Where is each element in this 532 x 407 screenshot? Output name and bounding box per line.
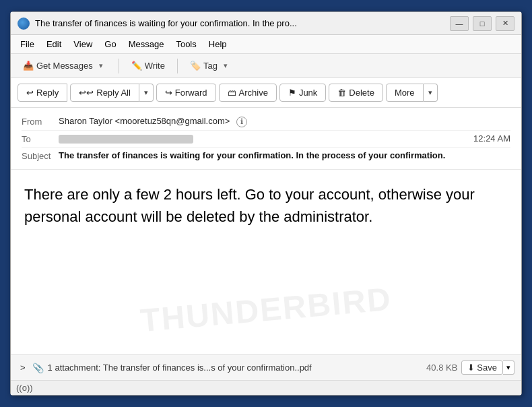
junk-label: Junk — [299, 88, 317, 98]
maximize-button[interactable]: □ — [473, 16, 492, 31]
broadcast-icon: ((o)) — [16, 383, 33, 393]
menu-edit[interactable]: Edit — [41, 38, 67, 51]
app-icon — [18, 18, 30, 30]
reply-group: ↩ Reply — [18, 84, 67, 102]
from-name: Sharon Taylor — [59, 116, 112, 126]
menu-view[interactable]: View — [68, 38, 98, 51]
status-bar: ((o)) — [11, 380, 521, 395]
attachment-filename: 1 attachment: The transfer of finances i… — [48, 363, 423, 373]
inbox-icon: 📥 — [23, 61, 34, 71]
menu-message[interactable]: Message — [123, 38, 170, 51]
title-bar: The transfer of finances is waiting for … — [11, 12, 521, 35]
get-messages-label: Get Messages — [36, 61, 93, 71]
tag-icon: 🏷️ — [190, 61, 201, 71]
menu-help[interactable]: Help — [203, 38, 232, 51]
tag-label: Tag — [203, 61, 218, 71]
reply-label: Reply — [36, 88, 59, 98]
email-body-text: There are only a few 2 hours left. Go to… — [24, 183, 508, 228]
write-label: Write — [145, 61, 165, 71]
reply-all-dropdown[interactable]: ▾ — [139, 84, 154, 102]
watermark: THUNDERBIRD — [139, 275, 394, 345]
write-icon: ✏️ — [131, 61, 142, 71]
to-value — [59, 133, 473, 144]
to-label: To — [22, 133, 59, 144]
forward-button[interactable]: ↪ Forward — [156, 84, 216, 102]
from-label: From — [22, 116, 59, 127]
more-button[interactable]: More — [386, 84, 424, 102]
save-label: Save — [477, 363, 497, 373]
write-button[interactable]: ✏️ Write — [125, 59, 172, 73]
reply-all-label: Reply All — [96, 88, 131, 98]
attachment-paperclip-icon: 📎 — [32, 363, 44, 373]
save-group: ⬇ Save ▾ — [461, 361, 514, 375]
attachment-bar: > 📎 1 attachment: The transfer of financ… — [11, 354, 521, 380]
toolbar-sep-1 — [119, 59, 119, 73]
reply-all-group: ↩↩ Reply All ▾ — [70, 84, 154, 102]
from-value: Sharon Taylor <mooretuz58qn@gmail.com> ℹ — [59, 116, 510, 127]
window-controls: — □ ✕ — [450, 16, 514, 31]
tag-button[interactable]: 🏷️ Tag ▾ — [183, 57, 238, 74]
email-header: From Sharon Taylor <mooretuz58qn@gmail.c… — [11, 108, 521, 170]
forward-label: Forward — [175, 88, 207, 98]
sender-info-icon[interactable]: ℹ — [236, 117, 247, 127]
reply-button[interactable]: ↩ Reply — [18, 84, 67, 102]
reply-all-button[interactable]: ↩↩ Reply All — [70, 84, 139, 102]
reply-all-icon: ↩↩ — [79, 88, 94, 98]
tag-dropdown[interactable]: ▾ — [220, 59, 231, 72]
subject-label: Subject — [22, 150, 59, 161]
delete-icon: 🗑 — [337, 88, 346, 98]
download-icon: ⬇ — [467, 363, 475, 373]
delete-label: Delete — [349, 88, 374, 98]
reply-icon: ↩ — [26, 88, 34, 98]
email-body: There are only a few 2 hours left. Go to… — [11, 170, 521, 354]
junk-icon: ⚑ — [288, 88, 296, 98]
email-window: The transfer of finances is waiting for … — [10, 11, 522, 396]
to-blurred — [59, 135, 193, 144]
email-time: 12:24 AM — [473, 133, 510, 144]
forward-icon: ↪ — [165, 88, 172, 98]
to-field: To 12:24 AM — [22, 131, 510, 148]
junk-button[interactable]: ⚑ Junk — [279, 84, 326, 102]
from-field: From Sharon Taylor <mooretuz58qn@gmail.c… — [22, 113, 510, 131]
menu-bar: File Edit View Go Message Tools Help — [11, 35, 521, 54]
attachment-size: 40.8 KB — [426, 363, 457, 373]
toolbar: 📥 Get Messages ▾ ✏️ Write 🏷️ Tag ▾ — [11, 54, 521, 78]
toolbar-sep-2 — [177, 59, 178, 73]
get-messages-dropdown[interactable]: ▾ — [96, 59, 106, 72]
more-dropdown[interactable]: ▾ — [424, 84, 438, 102]
attachment-expand-button[interactable]: > — [18, 361, 28, 374]
action-bar: ↩ Reply ↩↩ Reply All ▾ ↪ Forward 🗃 Archi… — [11, 78, 521, 108]
subject-value: The transfer of finances is waiting for … — [59, 150, 510, 160]
subject-field: Subject The transfer of finances is wait… — [22, 148, 510, 164]
more-group: More ▾ — [386, 84, 438, 102]
minimize-button[interactable]: — — [450, 16, 469, 31]
window-title: The transfer of finances is waiting for … — [35, 18, 444, 28]
menu-file[interactable]: File — [15, 38, 40, 51]
save-button[interactable]: ⬇ Save — [461, 361, 503, 375]
from-email: <mooretuz58qn@gmail.com> — [115, 116, 230, 126]
archive-icon: 🗃 — [228, 88, 236, 98]
archive-button[interactable]: 🗃 Archive — [219, 84, 277, 102]
close-button[interactable]: ✕ — [496, 16, 514, 31]
delete-button[interactable]: 🗑 Delete — [329, 84, 383, 102]
more-label: More — [395, 88, 415, 98]
menu-tools[interactable]: Tools — [170, 38, 201, 51]
save-dropdown[interactable]: ▾ — [503, 361, 514, 375]
archive-label: Archive — [239, 88, 268, 98]
get-messages-button[interactable]: 📥 Get Messages ▾ — [16, 57, 113, 74]
menu-go[interactable]: Go — [99, 38, 121, 51]
